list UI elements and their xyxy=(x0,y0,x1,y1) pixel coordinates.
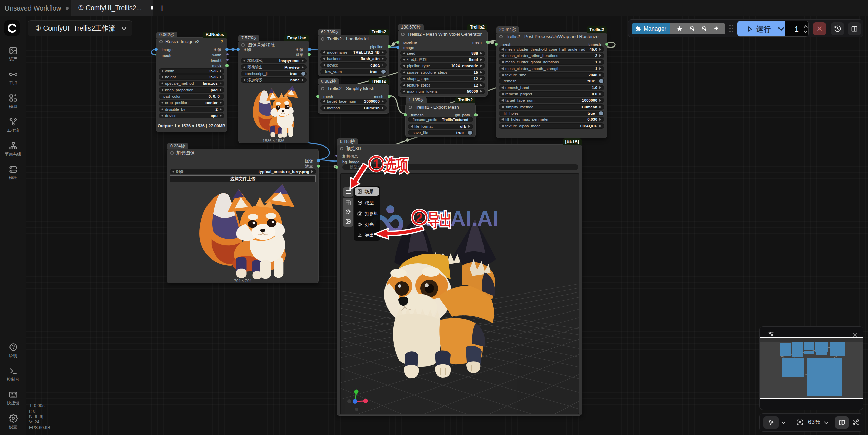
svg-text:选项: 选项 xyxy=(384,156,408,174)
svg-text:导出: 导出 xyxy=(428,210,452,229)
svg-text:1: 1 xyxy=(373,157,380,171)
svg-text:2: 2 xyxy=(416,211,423,225)
